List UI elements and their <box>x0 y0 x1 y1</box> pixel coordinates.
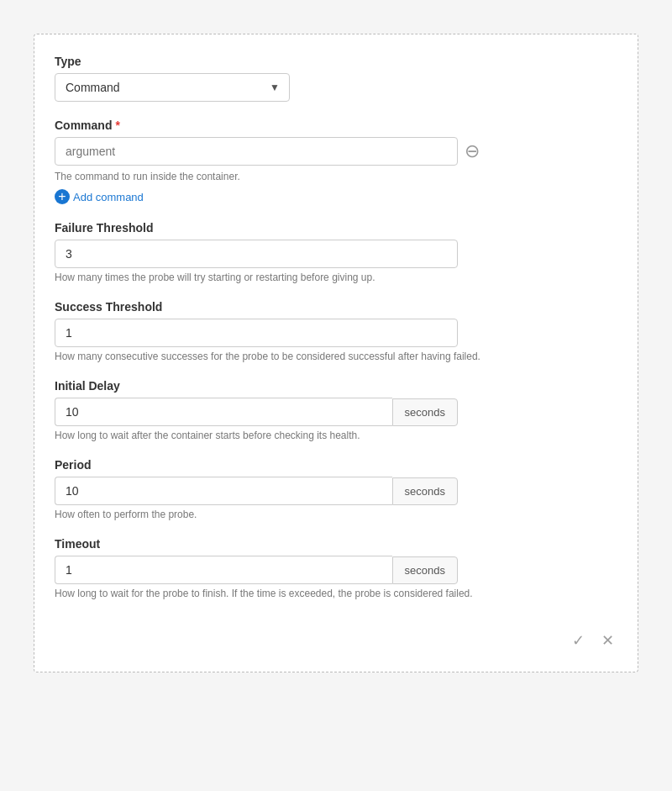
type-select-wrapper: Command HTTP TCP ▼ <box>55 73 290 102</box>
timeout-input[interactable] <box>55 556 392 584</box>
timeout-field-group: Timeout seconds How long to wait for the… <box>55 537 617 599</box>
command-hint: The command to run inside the container. <box>55 171 617 182</box>
command-field-group: Command * ⊖ The command to run inside th… <box>55 119 617 204</box>
confirm-button[interactable]: ✓ <box>569 630 588 651</box>
period-input[interactable] <box>55 477 392 505</box>
success-threshold-label: Success Threshold <box>55 300 617 314</box>
add-command-button[interactable]: + Add command <box>55 189 144 204</box>
command-input[interactable] <box>55 137 458 166</box>
probe-config-card: Type Command HTTP TCP ▼ Command * ⊖ The … <box>34 34 638 672</box>
period-unit: seconds <box>392 477 458 505</box>
initial-delay-field-group: Initial Delay seconds How long to wait a… <box>55 379 617 441</box>
command-label: Command * <box>55 119 617 132</box>
failure-threshold-label: Failure Threshold <box>55 221 617 235</box>
period-field-group: Period seconds How often to perform the … <box>55 458 617 520</box>
timeout-unit: seconds <box>392 556 458 584</box>
add-icon: + <box>55 189 70 204</box>
success-threshold-field-group: Success Threshold How many consecutive s… <box>55 300 617 362</box>
period-input-group: seconds <box>55 477 458 505</box>
type-label: Type <box>55 55 617 68</box>
initial-delay-hint: How long to wait after the container sta… <box>55 430 617 441</box>
period-hint: How often to perform the probe. <box>55 509 617 520</box>
initial-delay-label: Initial Delay <box>55 379 617 393</box>
type-select[interactable]: Command HTTP TCP <box>55 73 290 102</box>
remove-command-button[interactable]: ⊖ <box>465 142 480 161</box>
success-threshold-input[interactable] <box>55 319 458 347</box>
failure-threshold-hint: How many times the probe will try starti… <box>55 272 617 283</box>
required-indicator: * <box>115 119 119 132</box>
period-label: Period <box>55 458 617 472</box>
cancel-button[interactable]: ✕ <box>598 630 617 651</box>
action-row: ✓ ✕ <box>55 620 617 651</box>
failure-threshold-field-group: Failure Threshold How many times the pro… <box>55 221 617 283</box>
type-field-group: Type Command HTTP TCP ▼ <box>55 55 617 102</box>
timeout-label: Timeout <box>55 537 617 551</box>
timeout-input-group: seconds <box>55 556 458 584</box>
initial-delay-input[interactable] <box>55 398 392 426</box>
timeout-hint: How long to wait for the probe to finish… <box>55 588 617 599</box>
command-row: ⊖ <box>55 137 617 166</box>
initial-delay-input-group: seconds <box>55 398 458 426</box>
success-threshold-hint: How many consecutive successes for the p… <box>55 351 617 362</box>
failure-threshold-input[interactable] <box>55 240 458 268</box>
initial-delay-unit: seconds <box>392 398 458 426</box>
